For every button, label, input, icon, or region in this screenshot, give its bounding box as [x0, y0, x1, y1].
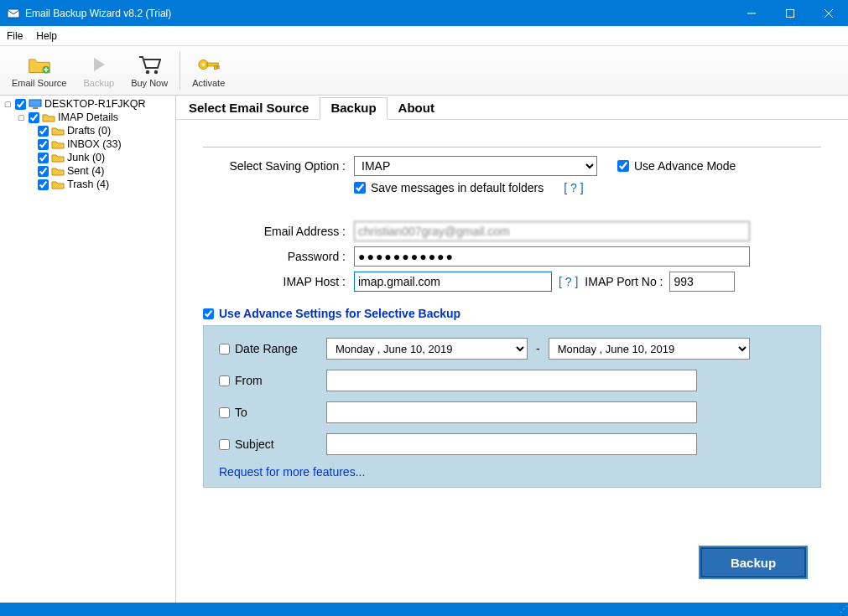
- use-advance-mode-label: Use Advance Mode: [634, 159, 736, 173]
- toolbar-buy-now[interactable]: Buy Now: [122, 48, 176, 93]
- play-icon: [87, 53, 111, 76]
- tree-folder-label: Junk (0): [67, 152, 105, 163]
- subject-checkbox[interactable]: [219, 439, 230, 450]
- menu-help[interactable]: Help: [36, 30, 57, 42]
- tree-root-label: DESKTOP-R1FJKQR: [44, 98, 146, 110]
- save-default-label: Save messages in default folders: [371, 181, 544, 194]
- svg-point-9: [201, 63, 205, 66]
- tree-folder-checkbox[interactable]: [38, 126, 49, 137]
- collapse-icon[interactable]: ▢: [17, 113, 26, 122]
- tab-backup[interactable]: Backup: [320, 97, 387, 120]
- tabs: Select Email Source Backup About: [176, 96, 848, 120]
- tree-folder-checkbox[interactable]: [38, 179, 49, 190]
- imap-host-input[interactable]: [354, 272, 552, 292]
- subject-input[interactable]: [326, 433, 697, 455]
- svg-rect-10: [207, 63, 218, 66]
- tree-folder-label: Drafts (0): [67, 125, 111, 137]
- date-range-label: Date Range: [235, 342, 298, 355]
- tree-imap-label: IMAP Details: [58, 111, 118, 123]
- tree-folder-inbox[interactable]: INBOX (33): [0, 137, 175, 151]
- svg-rect-12: [217, 66, 219, 69]
- tree-folder-checkbox[interactable]: [38, 139, 49, 150]
- from-checkbox[interactable]: [219, 375, 230, 386]
- toolbar-backup[interactable]: Backup: [75, 48, 122, 93]
- menu-file[interactable]: File: [7, 30, 23, 42]
- svg-rect-2: [787, 9, 794, 17]
- saving-option-select[interactable]: IMAP: [354, 156, 597, 176]
- svg-point-6: [146, 70, 149, 74]
- toolbar-backup-label: Backup: [83, 78, 114, 88]
- email-label: Email Address :: [203, 225, 354, 238]
- tree-folder-checkbox[interactable]: [38, 153, 49, 163]
- toolbar-activate-label: Activate: [192, 78, 225, 88]
- date-from-select[interactable]: Monday , June 10, 2019: [326, 338, 528, 360]
- help-link[interactable]: [ ? ]: [564, 181, 583, 194]
- password-label: Password :: [203, 250, 354, 263]
- svg-rect-11: [214, 66, 216, 70]
- tab-about[interactable]: About: [388, 97, 445, 119]
- svg-rect-13: [29, 100, 41, 106]
- to-input[interactable]: [326, 401, 697, 423]
- use-advance-mode-checkbox[interactable]: [617, 160, 629, 172]
- cart-icon: [138, 53, 161, 76]
- date-range-checkbox[interactable]: [219, 344, 230, 355]
- request-features-link[interactable]: Request for more features...: [219, 465, 805, 479]
- tree-folder-sent[interactable]: Sent (4): [0, 164, 175, 178]
- tree-folder-label: Trash (4): [67, 179, 109, 190]
- maximize-button[interactable]: [771, 0, 809, 26]
- imap-host-label: IMAP Host :: [203, 275, 354, 288]
- toolbar-email-source[interactable]: Email Source: [3, 48, 75, 93]
- folder-icon: [51, 179, 65, 190]
- menu-bar: File Help: [0, 26, 848, 46]
- from-input[interactable]: [326, 370, 697, 391]
- toolbar-activate[interactable]: Activate: [184, 48, 233, 93]
- email-input[interactable]: [354, 221, 750, 241]
- backup-button[interactable]: Backup: [700, 547, 806, 577]
- title-bar: Email Backup Wizard v8.2 (Trial): [0, 0, 848, 26]
- advance-settings-checkbox[interactable]: [203, 308, 214, 319]
- saving-option-label: Select Saving Option :: [203, 159, 354, 173]
- key-icon: [197, 53, 221, 76]
- tree-folder-drafts[interactable]: Drafts (0): [0, 124, 175, 137]
- password-input[interactable]: [354, 246, 750, 267]
- resize-grip-icon[interactable]: ⋰: [840, 607, 846, 612]
- imap-port-input[interactable]: [669, 272, 735, 292]
- folder-icon: [51, 152, 65, 163]
- tree-imap-checkbox[interactable]: [29, 112, 39, 123]
- advance-panel: Date Range Monday , June 10, 2019 - Mond…: [203, 325, 821, 488]
- tab-select-source[interactable]: Select Email Source: [178, 97, 320, 119]
- app-icon: [7, 7, 20, 20]
- folder-icon: [51, 165, 65, 177]
- to-label: To: [235, 406, 247, 419]
- folder-tree: ▢ DESKTOP-R1FJKQR ▢ IMAP Details Drafts …: [0, 96, 176, 603]
- svg-rect-14: [33, 107, 38, 109]
- save-default-checkbox[interactable]: [354, 182, 366, 194]
- help-link[interactable]: [ ? ]: [559, 275, 578, 288]
- folder-icon: [42, 111, 55, 123]
- minimize-button[interactable]: [732, 0, 771, 26]
- tree-folder-junk[interactable]: Junk (0): [0, 151, 175, 164]
- tree-imap-node[interactable]: ▢ IMAP Details: [0, 111, 175, 124]
- tree-root-node[interactable]: ▢ DESKTOP-R1FJKQR: [0, 97, 175, 111]
- folder-icon: [51, 138, 65, 150]
- toolbar: Email Source Backup Buy Now Activate: [0, 46, 848, 96]
- tree-folder-trash[interactable]: Trash (4): [0, 178, 175, 191]
- from-label: From: [235, 374, 263, 387]
- subject-label: Subject: [235, 437, 274, 451]
- svg-rect-0: [8, 9, 19, 18]
- tree-folder-checkbox[interactable]: [38, 166, 49, 177]
- toolbar-buy-now-label: Buy Now: [131, 78, 168, 88]
- status-bar: ⋰: [0, 603, 848, 616]
- divider: [203, 147, 821, 148]
- to-checkbox[interactable]: [219, 407, 230, 418]
- computer-icon: [29, 98, 42, 110]
- imap-port-label: IMAP Port No :: [585, 275, 663, 288]
- date-to-select[interactable]: Monday , June 10, 2019: [549, 338, 750, 360]
- tree-root-checkbox[interactable]: [15, 99, 26, 110]
- collapse-icon[interactable]: ▢: [3, 100, 13, 108]
- folder-icon: [51, 125, 65, 137]
- close-button[interactable]: [809, 0, 848, 26]
- tree-folder-label: INBOX (33): [67, 138, 122, 150]
- date-separator: -: [536, 342, 540, 355]
- tree-folder-label: Sent (4): [67, 165, 104, 177]
